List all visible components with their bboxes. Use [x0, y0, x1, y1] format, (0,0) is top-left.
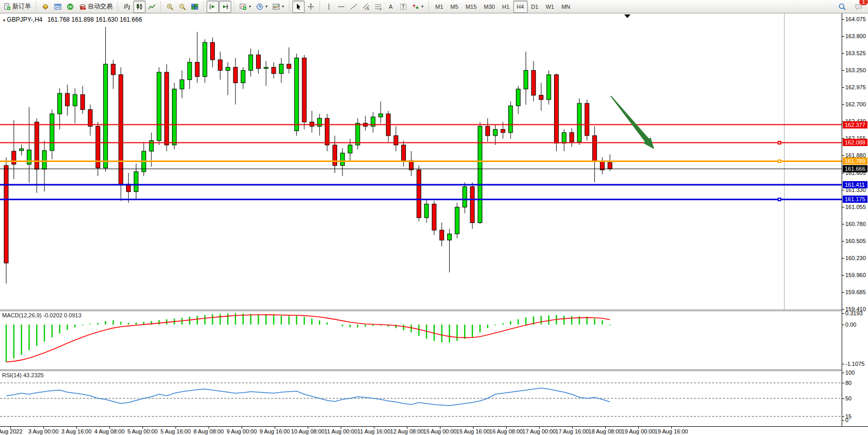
level-drag-handle[interactable]	[778, 159, 781, 163]
time-axis-label: 17 Aug 16:00	[556, 428, 589, 434]
candle	[509, 102, 513, 139]
market-watch-button[interactable]	[39, 1, 52, 13]
time-axis-label: 11 Aug 16:00	[357, 428, 390, 434]
candle	[493, 124, 497, 145]
zoom-in-button[interactable]	[164, 1, 176, 13]
price-axis-label: 162.975	[845, 84, 866, 90]
signals-button[interactable]	[64, 1, 76, 13]
candle	[58, 88, 62, 130]
price-tick	[842, 87, 844, 88]
timeframe-h1-button[interactable]: H1	[498, 1, 513, 13]
new-order-button[interactable]: 新订单	[1, 1, 34, 13]
indicators-button[interactable]: ▾	[237, 1, 254, 13]
time-axis-label: 9 Aug 16:00	[260, 428, 290, 434]
timeframe-mn-button[interactable]: MN	[558, 1, 574, 13]
timeframe-m5-button[interactable]: M5	[447, 1, 462, 13]
rsi-tick	[842, 416, 844, 417]
candle	[531, 61, 535, 101]
timeframe-m15-button[interactable]: M15	[462, 1, 480, 13]
timeframe-w1-button[interactable]: W1	[542, 1, 558, 13]
candle	[141, 142, 146, 176]
time-axis[interactable]: Aug 20223 Aug 00:003 Aug 16:004 Aug 08:0…	[0, 426, 868, 435]
zoom-out-button[interactable]	[176, 1, 188, 13]
rsi-axis-label: 0	[845, 417, 848, 423]
toolbar-separator	[288, 2, 291, 12]
time-axis-label: 15 Aug 16:00	[456, 428, 490, 434]
price-tick	[842, 292, 844, 293]
candle	[35, 118, 39, 193]
price-axis-label: 164.075	[845, 16, 866, 22]
horizontal-line-button[interactable]	[335, 1, 348, 13]
vertical-line-icon	[325, 3, 333, 10]
candle	[432, 201, 436, 235]
chart-shift-button[interactable]	[219, 1, 231, 13]
candle	[127, 173, 131, 203]
tile-windows-button[interactable]	[188, 1, 201, 13]
level-drag-handle[interactable]	[778, 141, 781, 144]
fibonacci-button[interactable]: F	[372, 1, 385, 13]
timeframe-m30-button[interactable]: M30	[480, 1, 498, 13]
cursor-button[interactable]	[292, 1, 305, 13]
candle	[165, 64, 169, 151]
price-axis[interactable]: 164.075163.800163.525163.250162.975162.7…	[842, 13, 868, 426]
candle	[585, 100, 589, 141]
equidistant-channel-button[interactable]: E	[360, 1, 372, 13]
level-drag-handle[interactable]	[778, 198, 781, 201]
text-button[interactable]: A	[385, 1, 397, 13]
timeframe-d1-button[interactable]: D1	[528, 1, 542, 13]
vertical-line-button[interactable]	[323, 1, 335, 13]
price-tick	[842, 190, 844, 190]
trendline-button[interactable]	[348, 1, 360, 13]
rsi-axis-label: 50	[845, 395, 851, 401]
macd-axis-label: -1.1075	[845, 361, 864, 367]
crosshair-button[interactable]	[305, 1, 317, 13]
chart-title: ▾ GBPJPY-,H4 161.768 161.898 161.630 161…	[3, 16, 142, 23]
arrows-button[interactable]: ▾	[409, 1, 426, 13]
candle	[600, 157, 604, 174]
bar-chart-button[interactable]	[121, 1, 133, 13]
time-axis-label: 15 Aug 00:00	[423, 428, 457, 434]
svg-text:F: F	[380, 8, 382, 10]
candle	[485, 118, 490, 142]
chevron-down-icon: ▾	[282, 4, 284, 9]
macd-pane[interactable]	[0, 311, 842, 370]
candle	[65, 85, 69, 116]
templates-button[interactable]: ▾	[270, 1, 287, 13]
candle	[4, 157, 8, 284]
signals-icon	[67, 3, 74, 10]
level-price-tag: 161.411	[843, 181, 867, 188]
auto-trading-button[interactable]: 自动交易	[76, 1, 115, 13]
notifications-button[interactable]: 1	[853, 1, 865, 13]
timeframe-m1-button[interactable]: M1	[432, 1, 447, 13]
notification-badge: 1	[859, 0, 868, 5]
rsi-tick	[842, 398, 844, 399]
macd-tick	[842, 325, 844, 325]
line-chart-button[interactable]	[146, 1, 158, 13]
candle	[294, 54, 298, 136]
auto-scroll-button[interactable]	[207, 1, 219, 13]
candle	[340, 148, 344, 176]
time-axis-label: 12 Aug 08:00	[390, 428, 424, 434]
time-axis-label: Aug 2022	[0, 428, 23, 434]
navigator-button[interactable]	[52, 1, 64, 13]
text-label-button[interactable]: T	[397, 1, 409, 13]
time-axis-label: 4 Aug 08:00	[94, 428, 125, 434]
main-chart-pane[interactable]	[0, 13, 842, 310]
rsi-pane[interactable]	[0, 371, 842, 426]
price-axis-label: 160.505	[845, 238, 866, 244]
search-icon	[839, 3, 846, 10]
candle	[233, 58, 238, 104]
search-button[interactable]	[836, 1, 848, 13]
trend-arrow-annotation[interactable]	[610, 95, 654, 149]
candle	[356, 118, 360, 149]
candle	[249, 49, 253, 76]
timeframe-h4-button[interactable]: H4	[513, 1, 528, 13]
indicators-icon	[240, 3, 247, 10]
time-axis-label: 19 Aug 16:00	[655, 428, 688, 434]
periods-button[interactable]: ▾	[254, 1, 270, 13]
candlestick-chart-button[interactable]	[133, 1, 146, 13]
time-axis-label: 10 Aug 08:00	[291, 428, 325, 434]
chart-shift-marker[interactable]	[624, 14, 630, 18]
candle	[478, 122, 482, 224]
macd-signal-line	[6, 315, 610, 362]
